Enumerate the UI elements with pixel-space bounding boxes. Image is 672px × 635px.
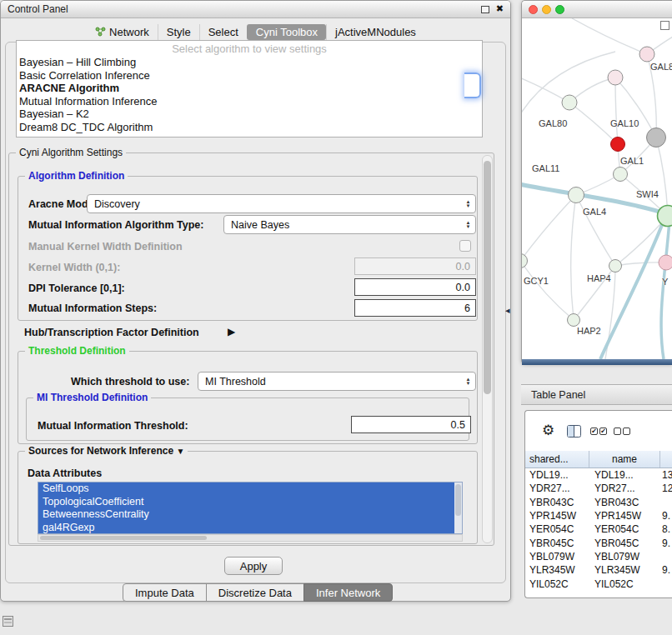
tab-jactivemnodules[interactable]: jActiveMNodules — [326, 24, 424, 40]
close-icon[interactable]: ✖ — [496, 3, 504, 14]
attribute-item-selected[interactable]: gal4RGexp — [38, 522, 462, 534]
control-panel-titlebar[interactable]: Control Panel ✖ — [1, 1, 510, 18]
sources-legend: Sources for Network Inference ▼ — [25, 445, 188, 457]
table-row[interactable]: YDL19... YDL19... 13 — [525, 468, 672, 482]
column-header-cut[interactable] — [660, 451, 672, 468]
data-attributes-label: Data Attributes — [28, 468, 102, 479]
mi-type-label: Mutual Information Algorithm Type: — [28, 219, 203, 231]
column-header-shared-name[interactable]: shared... — [525, 451, 589, 468]
algorithm-option[interactable]: Mutual Information Inference — [17, 95, 482, 108]
which-threshold-label: Which threshold to use: — [71, 376, 189, 388]
column-header-name[interactable]: name — [589, 451, 660, 468]
table-row[interactable]: YER054C YER054C 8. — [525, 522, 672, 536]
thick-edge — [661, 221, 669, 359]
unchecked-box-icon — [614, 428, 621, 435]
network-node[interactable] — [658, 206, 672, 227]
panel-collapse-arrow-icon[interactable]: ◂ — [505, 305, 510, 316]
dpi-tolerance-label: DPI Tolerance [0,1]: — [28, 282, 125, 294]
tab-infer-network[interactable]: Infer Network — [303, 583, 393, 602]
table-body: YDL19... YDL19... 13 YDR27... YDR27... 1… — [525, 468, 672, 591]
network-node-gal1[interactable] — [614, 168, 628, 182]
which-threshold-combo[interactable]: MI Threshold ▲▼ — [198, 372, 476, 391]
network-canvas[interactable]: GAL80 GAL10 GAL11 GAL1 SWI4 GAL4 GCY1 HA… — [522, 18, 672, 359]
select-all-checkbox-icon[interactable]: ✔ ✔ — [590, 428, 607, 435]
attribute-item-selected[interactable]: TopologicalCoefficient — [38, 496, 462, 509]
tab-network[interactable]: Network — [87, 24, 158, 40]
mac-minimize-button[interactable] — [542, 5, 551, 14]
birdseye-toggle-checkbox[interactable] — [660, 21, 669, 30]
table-row[interactable]: YPR145W YPR145W 9. — [525, 509, 672, 522]
attributes-vscrollbar[interactable] — [454, 482, 462, 533]
table-panel-titlebar[interactable]: Table Panel — [521, 384, 672, 405]
attributes-hscrollbar-thumb[interactable] — [40, 536, 207, 540]
network-node-gal4[interactable] — [569, 188, 584, 203]
hub-definition-label: Hub/Transcription Factor Definition — [24, 327, 199, 338]
table-row[interactable]: YBL079W YBL079W — [525, 550, 672, 563]
table-row[interactable]: YBR043C YBR043C — [525, 496, 672, 509]
mi-steps-field[interactable]: 6 — [354, 299, 476, 317]
network-node-hap4[interactable] — [609, 260, 622, 272]
table-row[interactable]: YBR045C YBR045C 9. — [525, 536, 672, 549]
dpi-tolerance-field[interactable]: 0.0 — [354, 278, 476, 296]
settings-scrollbar[interactable] — [482, 155, 493, 543]
network-node-gcy1[interactable] — [522, 254, 528, 268]
mac-zoom-button[interactable] — [555, 5, 564, 14]
network-node[interactable] — [639, 47, 654, 62]
table-row[interactable]: YIL052C YIL052C — [525, 577, 672, 590]
tab-cyni-toolbox[interactable]: Cyni Toolbox — [247, 24, 326, 40]
algorithm-dropdown-popup: Select algorithm to view settings Bayesi… — [16, 40, 483, 138]
aracne-mode-combo[interactable]: Discovery ▲▼ — [87, 194, 476, 213]
mi-type-combo[interactable]: Naive Bayes ▲▼ — [223, 215, 476, 234]
network-node-hap2[interactable] — [568, 314, 580, 327]
algorithm-option[interactable]: Dream8 DC_TDC Algorithm — [17, 121, 482, 134]
tab-impute-data[interactable]: Impute Data — [123, 583, 207, 602]
float-window-icon[interactable] — [481, 6, 489, 13]
node-label: HAP4 — [587, 273, 611, 283]
settings-scrollbar-thumb[interactable] — [484, 161, 491, 394]
attribute-item-selected[interactable]: BetweennessCentrality — [38, 508, 462, 522]
combo-stepper-icon: ▲▼ — [461, 221, 475, 229]
gear-icon[interactable]: ⚙ — [542, 423, 554, 438]
node-label: GAL80 — [539, 118, 567, 128]
algorithm-option[interactable]: Bayesian – Hill Climbing — [17, 56, 482, 69]
tab-style[interactable]: Style — [158, 24, 199, 40]
threshold-definition-legend: Threshold Definition — [25, 345, 129, 357]
network-node[interactable] — [647, 128, 666, 148]
data-attributes-list[interactable]: SelfLoops TopologicalCoefficient Between… — [38, 482, 463, 534]
control-panel-window: Control Panel ✖ Network Style Select Cyn… — [0, 0, 511, 602]
show-columns-icon[interactable] — [567, 425, 581, 438]
attributes-hscrollbar[interactable] — [38, 534, 463, 542]
node-label: Y — [662, 277, 668, 287]
algorithm-option[interactable]: Basic Correlation Inference — [17, 69, 482, 82]
network-node-gal10[interactable] — [611, 138, 625, 152]
mi-threshold-field[interactable]: 0.5 — [351, 416, 471, 433]
network-node[interactable] — [659, 255, 672, 270]
attribute-item-selected[interactable]: SelfLoops — [38, 482, 462, 496]
algorithm-option[interactable]: Bayesian – K2 — [17, 108, 482, 121]
control-panel-tabs: Network Style Select Cyni Toolbox jActiv… — [1, 22, 510, 41]
table-header: shared... name — [525, 451, 672, 468]
table-row[interactable]: YDR27... YDR27... 12 — [525, 482, 672, 495]
tab-discretize-data[interactable]: Discretize Data — [206, 583, 304, 602]
algorithm-combo-focus-ring — [464, 72, 481, 98]
algorithm-option-highlighted[interactable]: ARACNE Algorithm — [17, 82, 482, 95]
panel-dock-icon[interactable] — [3, 616, 13, 627]
unchecked-box-icon — [623, 428, 630, 435]
network-window-titlebar[interactable] — [522, 1, 672, 18]
expand-right-icon[interactable]: ▶ — [228, 326, 235, 338]
kernel-width-field[interactable]: 0.0 — [354, 258, 476, 275]
collapse-down-icon[interactable]: ▼ — [176, 447, 184, 456]
mac-close-button[interactable] — [529, 5, 538, 14]
app-background: { "colors": { "selection_blue": "#3a6bc4… — [0, 0, 672, 635]
tab-select[interactable]: Select — [199, 24, 247, 40]
network-node[interactable] — [562, 95, 577, 110]
apply-button[interactable]: Apply — [224, 557, 283, 575]
table-row[interactable]: YLR345W YLR345W 9. — [525, 563, 672, 577]
manual-kernel-checkbox[interactable] — [459, 240, 471, 252]
node-label: SWI4 — [636, 189, 659, 199]
network-node[interactable] — [608, 70, 623, 85]
table-panel-title: Table Panel — [521, 389, 585, 401]
node-label: GCY1 — [524, 276, 549, 286]
attributes-vscrollbar-thumb[interactable] — [455, 484, 461, 516]
deselect-all-checkbox-icon[interactable] — [614, 428, 630, 435]
